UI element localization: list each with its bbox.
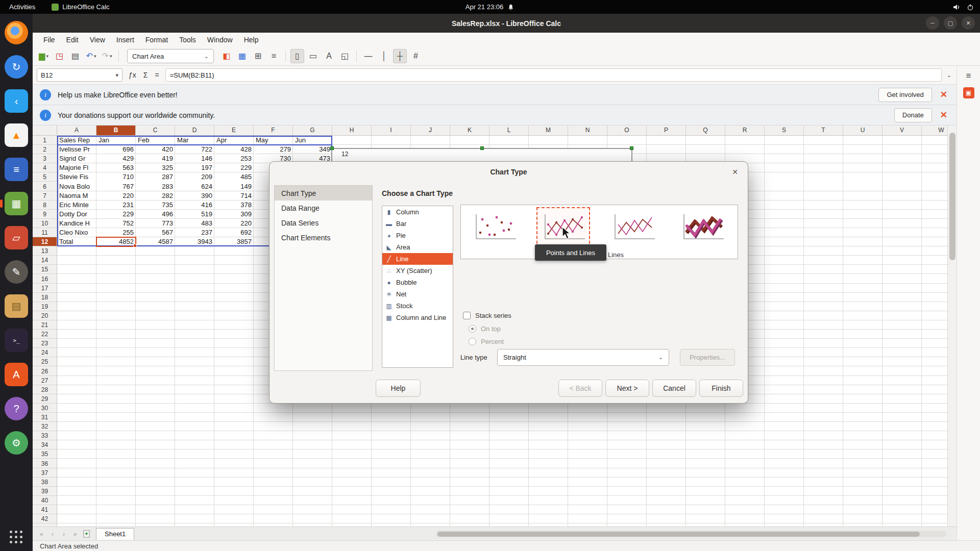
minimize-button[interactable]: ─ xyxy=(926,16,939,30)
terminal-icon[interactable]: >_ xyxy=(5,329,28,352)
cell-B7[interactable]: 220 xyxy=(96,191,136,201)
cell-C12[interactable]: 4587 xyxy=(136,237,175,246)
subtype-lines-only-thumbnail[interactable] xyxy=(606,207,660,248)
show-applications-button[interactable] xyxy=(10,531,23,544)
all-axes-icon[interactable]: ┼ xyxy=(393,49,407,63)
menu-window[interactable]: Window xyxy=(202,34,238,45)
row-header-26[interactable]: 26 xyxy=(33,367,57,376)
dialog-nav-data-series[interactable]: Data Series xyxy=(275,215,372,230)
column-header-Q[interactable]: Q xyxy=(686,126,725,135)
menu-insert[interactable]: Insert xyxy=(111,34,140,45)
row-header-7[interactable]: 7 xyxy=(33,191,57,201)
cell-E4[interactable]: 229 xyxy=(214,163,254,172)
vertical-scrollbar[interactable] xyxy=(947,126,957,527)
column-header-K[interactable]: K xyxy=(450,126,489,135)
row-header-40[interactable]: 40 xyxy=(33,496,57,505)
cancel-button[interactable]: Cancel xyxy=(652,380,696,397)
cell-B4[interactable]: 563 xyxy=(96,163,136,172)
cell-C8[interactable]: 735 xyxy=(136,201,175,210)
cell-E11[interactable]: 692 xyxy=(214,228,254,237)
row-header-12[interactable]: 12 xyxy=(33,237,57,246)
expand-formula-bar-icon[interactable]: ⌄ xyxy=(947,72,951,79)
software-updater-icon[interactable]: ↻ xyxy=(5,55,28,79)
column-header-F[interactable]: F xyxy=(254,126,293,135)
row-header-29[interactable]: 29 xyxy=(33,394,57,404)
cell-C3[interactable]: 419 xyxy=(136,154,175,163)
column-header-E[interactable]: E xyxy=(214,126,254,135)
row-header-24[interactable]: 24 xyxy=(33,348,57,357)
finish-button[interactable]: Finish xyxy=(699,380,743,397)
column-header-M[interactable]: M xyxy=(529,126,568,135)
cell-A8[interactable]: Eric Minte xyxy=(57,201,96,210)
sheet-tab-sheet1[interactable]: Sheet1 xyxy=(96,528,134,540)
row-header-4[interactable]: 4 xyxy=(33,163,57,172)
menu-view[interactable]: View xyxy=(84,34,111,45)
row-header-1[interactable]: 1 xyxy=(33,136,57,145)
row-header-42[interactable]: 42 xyxy=(33,514,57,523)
cell-B5[interactable]: 710 xyxy=(96,172,136,182)
background-color-icon[interactable]: ▆▾ xyxy=(37,49,51,63)
cell-D8[interactable]: 416 xyxy=(175,201,214,210)
column-header-O[interactable]: O xyxy=(607,126,647,135)
donate-button[interactable]: Donate xyxy=(894,108,932,122)
sidebar-properties-icon[interactable]: ▣ xyxy=(963,87,974,98)
formula-input[interactable]: =SUM(B2:B11) xyxy=(165,68,942,82)
activities-button[interactable]: Activities xyxy=(0,0,44,14)
libreoffice-impress-icon[interactable]: ▱ xyxy=(5,226,28,249)
cell-C2[interactable]: 420 xyxy=(136,145,175,154)
dialog-nav-chart-type[interactable]: Chart Type xyxy=(275,186,372,201)
print-icon[interactable]: ▤ xyxy=(68,49,82,63)
cell-D2[interactable]: 722 xyxy=(175,145,214,154)
help-icon[interactable]: ? xyxy=(5,397,28,420)
chart-type-item-area[interactable]: ◣Area xyxy=(382,241,453,253)
add-sheet-icon[interactable] xyxy=(81,530,92,538)
scale-text-icon[interactable]: A xyxy=(322,49,336,63)
cell-B9[interactable]: 229 xyxy=(96,210,136,219)
cell-C5[interactable]: 287 xyxy=(136,172,175,182)
horizontal-grids-icon[interactable]: ≡ xyxy=(267,49,281,63)
automatic-layout-icon[interactable]: ◱ xyxy=(338,49,352,63)
menu-file[interactable]: File xyxy=(38,34,61,45)
row-header-41[interactable]: 41 xyxy=(33,505,57,514)
column-header-G[interactable]: G xyxy=(293,126,332,135)
select-all-corner[interactable] xyxy=(33,126,57,136)
horizontal-scrollbar-thumb[interactable] xyxy=(437,532,920,537)
cell-A4[interactable]: Majorie Fl xyxy=(57,163,96,172)
vertical-scrollbar-thumb[interactable] xyxy=(949,133,955,260)
stack-series-checkbox[interactable] xyxy=(463,312,471,319)
window-titlebar[interactable]: SalesRep.xlsx - LibreOffice Calc ─ ▢ ✕ xyxy=(33,14,980,33)
cell-B3[interactable]: 429 xyxy=(96,154,136,163)
chart-selection-handle[interactable] xyxy=(330,146,334,150)
next-button[interactable]: Next > xyxy=(605,380,649,397)
cell-A9[interactable]: Dotty Dor xyxy=(57,210,96,219)
cell-C1[interactable]: Feb xyxy=(136,136,175,145)
menu-edit[interactable]: Edit xyxy=(61,34,84,45)
row-header-8[interactable]: 8 xyxy=(33,201,57,210)
cell-B11[interactable]: 255 xyxy=(96,228,136,237)
cell-D7[interactable]: 390 xyxy=(175,191,214,201)
row-header-5[interactable]: 5 xyxy=(33,172,57,182)
column-header-H[interactable]: H xyxy=(332,126,372,135)
close-icon[interactable]: ✕ xyxy=(940,110,947,120)
horizontal-scrollbar[interactable] xyxy=(436,531,946,537)
row-header-22[interactable]: 22 xyxy=(33,330,57,339)
legend-toggle-icon[interactable]: ▯ xyxy=(290,49,304,63)
cell-C7[interactable]: 282 xyxy=(136,191,175,201)
column-header-V[interactable]: V xyxy=(883,126,922,135)
cell-E9[interactable]: 309 xyxy=(214,210,254,219)
row-header-33[interactable]: 33 xyxy=(33,431,57,440)
cell-A10[interactable]: Kandice H xyxy=(57,219,96,228)
column-header-N[interactable]: N xyxy=(568,126,607,135)
row-header-36[interactable]: 36 xyxy=(33,459,57,468)
menu-help[interactable]: Help xyxy=(238,34,264,45)
cell-C10[interactable]: 773 xyxy=(136,219,175,228)
chart-selection-handle[interactable] xyxy=(630,146,633,150)
cell-G2[interactable]: 349 xyxy=(293,145,332,154)
row-header-31[interactable]: 31 xyxy=(33,413,57,422)
format-selection-icon[interactable]: ◧ xyxy=(219,49,233,63)
row-header-25[interactable]: 25 xyxy=(33,357,57,366)
cell-A11[interactable]: Cleo Nixo xyxy=(57,228,96,237)
row-header-10[interactable]: 10 xyxy=(33,219,57,228)
export-pdf-icon[interactable]: ◳ xyxy=(53,49,66,63)
row-header-18[interactable]: 18 xyxy=(33,293,57,302)
